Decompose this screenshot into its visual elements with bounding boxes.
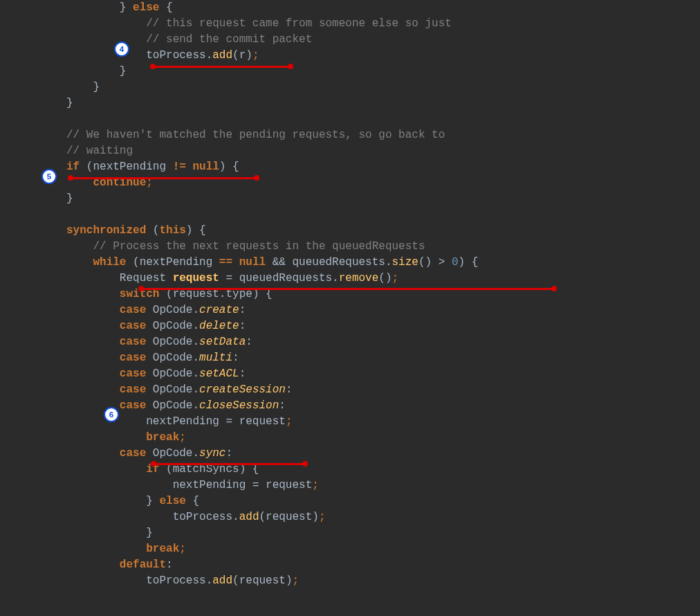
rhs: request: [232, 415, 286, 428]
dot: .: [206, 49, 213, 62]
semicolon: ;: [392, 272, 399, 284]
keyword-case: case: [120, 336, 146, 348]
method-call: add: [239, 511, 259, 523]
annotation-underline: [152, 463, 304, 465]
constant: delete: [199, 320, 239, 332]
method-call: add: [212, 49, 232, 62]
semicolon: ;: [286, 415, 293, 428]
colon: :: [246, 336, 252, 348]
keyword-case: case: [120, 320, 146, 332]
keyword-case: case: [120, 447, 146, 460]
keyword-null: null: [239, 256, 266, 269]
keyword-case: case: [120, 383, 146, 396]
dot: .: [192, 304, 199, 316]
keyword-if: if: [66, 161, 80, 173]
constant: create: [199, 304, 239, 316]
open: (: [146, 224, 159, 237]
keyword-break: break: [146, 431, 179, 444]
close-brace: }: [66, 192, 73, 205]
annotation-dot: [254, 175, 259, 181]
eq: = queuedRequests: [219, 272, 332, 284]
comment-line: // this request came from someone else s…: [146, 17, 452, 30]
comment-line: // send the commit packet: [146, 33, 312, 46]
lhs: nextPending: [146, 415, 225, 428]
colon: :: [232, 352, 239, 364]
semicolon: ;: [179, 543, 186, 555]
annotation-dot: [151, 461, 156, 466]
annotation-underline: [151, 66, 290, 68]
method-call: remove: [339, 272, 379, 284]
close: ) {: [186, 224, 206, 237]
qual: OpCode: [146, 352, 192, 364]
semicolon: ;: [252, 49, 259, 62]
constant: createSession: [199, 383, 286, 396]
annotation-dot: [302, 461, 308, 466]
qual: OpCode: [146, 399, 192, 412]
keyword-synchronized: synchronized: [66, 224, 146, 237]
keyword-case: case: [120, 399, 146, 412]
annotation-underline: [69, 177, 256, 179]
colon: :: [239, 320, 246, 332]
op-eqeq: ==: [219, 256, 232, 269]
comment-line: // Process the next requests in the queu…: [93, 240, 425, 253]
annotation-dot: [551, 286, 557, 291]
method-call: size: [392, 256, 418, 269]
colon: :: [279, 399, 286, 412]
dot: .: [192, 320, 199, 332]
constant: setACL: [199, 368, 239, 380]
close: ) {: [219, 161, 239, 173]
annotation-underline: [140, 288, 553, 290]
identifier: toProcess: [173, 511, 232, 523]
sp: [445, 256, 452, 269]
eq: =: [225, 415, 232, 428]
close-brace: }: [146, 527, 153, 539]
comment-line: // waiting: [66, 145, 133, 157]
qual: OpCode: [146, 447, 192, 460]
close-brace: }: [120, 65, 127, 78]
keyword-else: else: [133, 1, 159, 14]
dot: .: [192, 383, 199, 396]
number: 0: [452, 256, 459, 269]
qual: OpCode: [146, 383, 192, 396]
dot: .: [232, 511, 239, 523]
keyword-null: null: [192, 161, 219, 173]
dot: .: [192, 399, 199, 412]
args: (request): [232, 574, 292, 587]
brace: }: [120, 1, 133, 14]
dot: .: [192, 336, 199, 348]
stmt: nextPending = request: [173, 479, 313, 491]
dot: .: [332, 272, 339, 284]
semicolon: ;: [179, 431, 186, 444]
keyword-this: this: [159, 224, 185, 237]
args: (r): [232, 49, 252, 62]
annotation-dot: [150, 64, 156, 69]
identifier: queuedRequests: [292, 256, 385, 269]
and: &&: [266, 256, 292, 269]
sp: [186, 161, 193, 173]
dot: .: [385, 256, 392, 269]
keyword-else: else: [159, 495, 185, 507]
identifier: toProcess: [146, 49, 205, 62]
keyword-break: break: [146, 543, 179, 555]
annotation-badge-4: 4: [114, 42, 129, 57]
close-brace: }: [66, 97, 73, 109]
colon: :: [166, 559, 173, 571]
annotation-badge-6: 6: [104, 407, 119, 422]
keyword-case: case: [120, 352, 146, 364]
qual: OpCode: [146, 320, 192, 332]
dot: .: [192, 447, 199, 460]
op-neq: !=: [173, 161, 186, 173]
colon: :: [286, 383, 293, 396]
sp: [232, 256, 239, 269]
dot: .: [206, 574, 213, 587]
paren: (): [378, 272, 392, 284]
keyword-case: case: [120, 368, 146, 380]
annotation-dot: [68, 175, 73, 181]
constant: sync: [199, 447, 225, 460]
dot: .: [192, 368, 199, 380]
identifier: toProcess: [146, 574, 205, 587]
constant: multi: [199, 352, 232, 364]
expr: (nextPending: [80, 161, 172, 173]
keyword-while: while: [93, 256, 126, 269]
colon: :: [239, 368, 246, 380]
